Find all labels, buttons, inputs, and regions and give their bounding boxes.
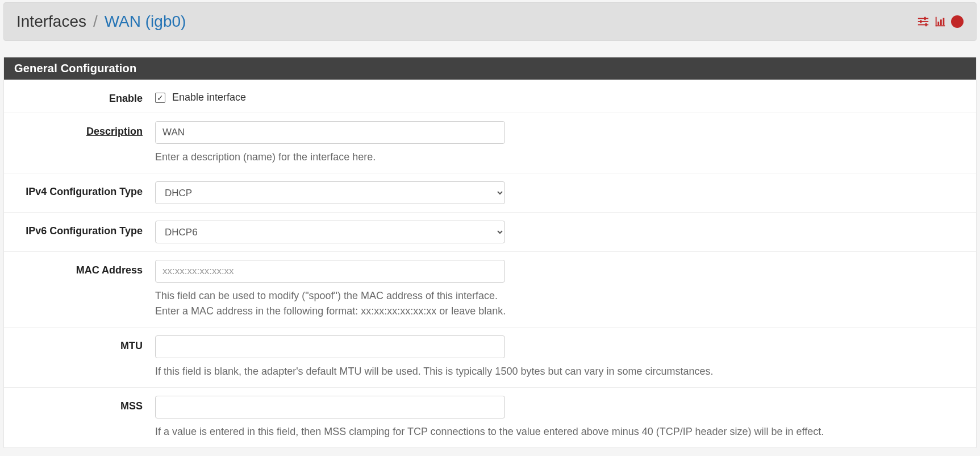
bar-chart-icon[interactable] (934, 15, 946, 28)
breadcrumb-current[interactable]: WAN (igb0) (105, 13, 186, 31)
mac-help: This field can be used to modify ("spoof… (155, 288, 506, 319)
breadcrumb: Interfaces / WAN (igb0) (16, 13, 186, 31)
label-ipv6-type: IPv6 Configuration Type (14, 221, 155, 237)
row-mac: MAC Address This field can be used to mo… (4, 251, 976, 327)
mac-help-line1: This field can be used to modify ("spoof… (155, 288, 506, 304)
row-mtu: MTU If this field is blank, the adapter'… (4, 327, 976, 387)
description-help: Enter a description (name) for the inter… (155, 150, 376, 165)
mss-help: If a value is entered in this field, the… (155, 424, 824, 440)
breadcrumb-root[interactable]: Interfaces (16, 13, 86, 31)
breadcrumb-bar: Interfaces / WAN (igb0) ? (3, 2, 977, 41)
row-description: Description Enter a description (name) f… (4, 113, 976, 173)
svg-rect-1 (918, 21, 928, 22)
label-ipv4-type: IPv4 Configuration Type (14, 181, 155, 198)
label-mac: MAC Address (14, 260, 155, 276)
row-ipv4-type: IPv4 Configuration Type DHCP (4, 173, 976, 212)
svg-rect-3 (924, 17, 926, 20)
header-action-icons: ? (917, 15, 964, 28)
svg-rect-6 (936, 17, 937, 27)
help-icon[interactable]: ? (951, 15, 964, 28)
svg-rect-0 (918, 18, 928, 19)
ipv6-type-select[interactable]: DHCP6 (155, 221, 505, 243)
row-ipv6-type: IPv6 Configuration Type DHCP6 (4, 212, 976, 251)
label-mtu: MTU (14, 335, 155, 352)
mtu-input[interactable] (155, 335, 505, 358)
svg-rect-4 (920, 20, 922, 23)
mac-help-line2: Enter a MAC address in the following for… (155, 304, 506, 319)
breadcrumb-separator: / (92, 13, 99, 31)
enable-checkbox-wrapper[interactable]: ✓ Enable interface (155, 88, 246, 103)
panel-heading: General Configuration (4, 57, 976, 80)
row-enable: Enable ✓ Enable interface (4, 80, 976, 113)
mtu-help: If this field is blank, the adapter's de… (155, 364, 714, 379)
label-enable: Enable (14, 88, 155, 105)
description-input[interactable] (155, 121, 505, 144)
svg-rect-9 (940, 19, 942, 25)
row-mss: MSS If a value is entered in this field,… (4, 387, 976, 447)
enable-checkbox[interactable]: ✓ (155, 93, 165, 103)
ipv4-type-select[interactable]: DHCP (155, 181, 505, 204)
svg-rect-7 (936, 25, 945, 26)
mss-input[interactable] (155, 396, 505, 418)
svg-rect-10 (943, 18, 945, 26)
settings-sliders-icon[interactable] (917, 15, 929, 28)
label-description: Description (14, 121, 155, 138)
label-mss: MSS (14, 396, 155, 412)
enable-checkbox-label: Enable interface (172, 92, 246, 103)
svg-rect-5 (925, 23, 927, 27)
svg-rect-8 (937, 22, 939, 25)
general-configuration-panel: General Configuration Enable ✓ Enable in… (3, 57, 977, 448)
mac-input[interactable] (155, 260, 505, 283)
